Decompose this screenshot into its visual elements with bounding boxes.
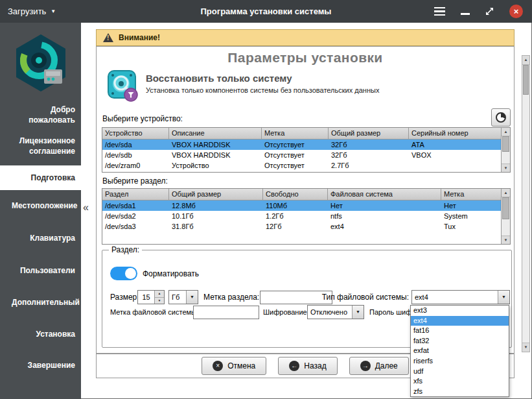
chevron-down-icon: ▼	[498, 291, 509, 304]
installer-window: Загрузить ▼ Программа установки системы …	[0, 0, 532, 399]
fs-label-input[interactable]	[193, 306, 259, 319]
size-value: 15	[138, 291, 154, 304]
mode-subtitle: Установка только компонентов системы без…	[146, 86, 379, 94]
minimize-button[interactable]	[461, 13, 470, 15]
scroll-up-icon[interactable]: ▲	[502, 128, 510, 136]
menu-icon[interactable]	[434, 7, 445, 16]
cell: VBOX	[409, 150, 502, 160]
sidebar-item-welcome[interactable]: Добро пожаловать	[0, 104, 81, 125]
load-menu-label: Загрузить	[8, 6, 46, 16]
format-toggle[interactable]	[110, 267, 137, 280]
cell: 10.1Гб	[169, 211, 263, 221]
column-header[interactable]: Метка	[441, 189, 502, 200]
column-header[interactable]: Общий размер	[169, 189, 263, 200]
partition-table: Раздел Общий размер Свободно Файловая си…	[102, 188, 511, 245]
cell: 12.8Мб	[169, 200, 263, 211]
fs-type-label: Тип файловой системы:	[322, 293, 409, 302]
dropdown-option[interactable]: riserfs	[411, 356, 509, 367]
sidebar: Добро пожаловать Лицензионное соглашение…	[0, 23, 81, 399]
sidebar-item-additional[interactable]: Дополнительный	[0, 296, 81, 309]
column-header[interactable]: Раздел	[102, 189, 169, 200]
dropdown-option[interactable]: exfat	[411, 346, 509, 356]
encryption-select[interactable]: Отключено ▼	[307, 305, 364, 319]
cell: Нет	[328, 200, 441, 211]
sidebar-collapse-button[interactable]: «	[83, 201, 89, 214]
fs-type-select[interactable]: ext4 ▼	[411, 290, 510, 304]
warning-icon	[103, 33, 113, 42]
next-button[interactable]: → Далее	[349, 357, 409, 375]
column-header[interactable]: Серийный номер	[409, 128, 502, 139]
stepper-up-icon[interactable]: ▲	[155, 291, 164, 298]
sidebar-item-license[interactable]: Лицензионное соглашение	[0, 136, 81, 156]
fs-type-value: ext4	[412, 291, 498, 304]
partition-section-label: Выберите раздел:	[102, 176, 168, 186]
cell: /dev/sdb	[102, 150, 169, 160]
dropdown-option[interactable]: udf	[411, 367, 509, 377]
stepper-down-icon[interactable]: ▼	[155, 298, 164, 304]
sidebar-item-install[interactable]: Установка	[0, 328, 81, 341]
load-menu-button[interactable]: Загрузить ▼	[8, 0, 56, 23]
cancel-label: Отмена	[227, 361, 255, 370]
dropdown-option[interactable]: fat16	[411, 326, 509, 336]
partition-table-scrollbar[interactable]: ▲ ▼	[501, 189, 510, 244]
back-button[interactable]: ← Назад	[278, 357, 337, 375]
scrollbar-thumb[interactable]	[502, 197, 509, 219]
maximize-icon[interactable]	[485, 7, 494, 16]
size-unit-value: Гб	[169, 291, 186, 304]
main-scrollbar[interactable]: ▲ ▼	[522, 55, 530, 352]
cell: /dev/sda1	[102, 200, 169, 211]
pie-chart-icon	[496, 112, 506, 123]
format-toggle-label: Форматировать	[143, 269, 199, 278]
sidebar-item-finish[interactable]: Завершение	[0, 359, 81, 372]
device-table-scrollbar[interactable]: ▲ ▼	[501, 128, 510, 172]
dropdown-option[interactable]: xfs	[411, 376, 509, 387]
table-row[interactable]: /dev/sda VBOX HARDDISK Отсутствует 32Гб …	[102, 139, 510, 150]
table-row[interactable]: /dev/sdb VBOX HARDDISK Отсутствует 32Гб …	[102, 150, 510, 160]
back-label: Назад	[304, 361, 326, 370]
table-row[interactable]: /dev/zram0 Устройство Отсутствует 2.7Гб	[102, 160, 510, 171]
cell: /dev/sda	[102, 139, 169, 150]
column-header[interactable]: Метка	[262, 128, 329, 139]
next-label: Далее	[375, 361, 398, 370]
back-arrow-icon: ←	[289, 361, 299, 371]
scrollbar-thumb[interactable]	[502, 136, 509, 152]
cell: 32Гб	[329, 139, 409, 150]
sidebar-item-preparation[interactable]: Подготовка	[0, 165, 81, 190]
table-row[interactable]: /dev/sda2 10.1Гб 1.2Гб ntfs System	[102, 211, 510, 221]
encryption-password-label: Пароль шифр	[369, 308, 415, 316]
scroll-up-icon[interactable]: ▲	[522, 56, 529, 65]
dropdown-option[interactable]: fat32	[411, 336, 509, 346]
column-header[interactable]: Файловая система	[328, 189, 441, 200]
scrollbar-thumb[interactable]	[523, 65, 529, 95]
cell: VBOX HARDDISK	[169, 150, 262, 160]
column-header[interactable]: Свободно	[263, 189, 328, 200]
dropdown-option[interactable]: ext3	[411, 306, 509, 316]
column-header[interactable]: Общий размер	[329, 128, 409, 139]
sidebar-item-keyboard[interactable]: Клавиатура	[0, 232, 81, 245]
sidebar-item-location[interactable]: Местоположение	[0, 199, 81, 212]
cell: /dev/sda2	[102, 211, 169, 221]
disk-usage-button[interactable]	[491, 108, 511, 127]
device-table-header: Устройство Описание Метка Общий размер С…	[102, 128, 510, 139]
chevron-down-icon: ▼	[51, 8, 56, 14]
cell: 1.2Гб	[263, 211, 328, 221]
scroll-down-icon[interactable]: ▼	[502, 236, 510, 244]
table-row[interactable]: /dev/sda1 12.8Мб 110Мб Нет Нет	[102, 200, 510, 211]
table-row[interactable]: /dev/sda3 31.8Гб 12Гб ext4 Tux	[102, 221, 510, 232]
cancel-button[interactable]: × Отмена	[202, 357, 266, 375]
partition-label-label: Метка раздела:	[203, 293, 259, 302]
scroll-down-icon[interactable]: ▼	[502, 163, 510, 172]
column-header[interactable]: Описание	[169, 128, 262, 139]
size-stepper[interactable]: 15 ▲ ▼	[137, 290, 165, 304]
cell: /dev/zram0	[102, 160, 169, 171]
dropdown-option[interactable]: ext4	[411, 316, 509, 326]
sidebar-item-users[interactable]: Пользователи	[0, 264, 81, 277]
scroll-down-icon[interactable]: ▼	[522, 343, 529, 352]
column-header[interactable]: Устройство	[102, 128, 169, 139]
cell: System	[441, 211, 502, 221]
scroll-up-icon[interactable]: ▲	[502, 189, 510, 197]
dropdown-option[interactable]: zfs	[411, 387, 509, 397]
chevron-down-icon: ▼	[352, 306, 364, 319]
close-button[interactable]: ×	[509, 5, 523, 18]
size-unit-select[interactable]: Гб ▼	[168, 290, 198, 304]
